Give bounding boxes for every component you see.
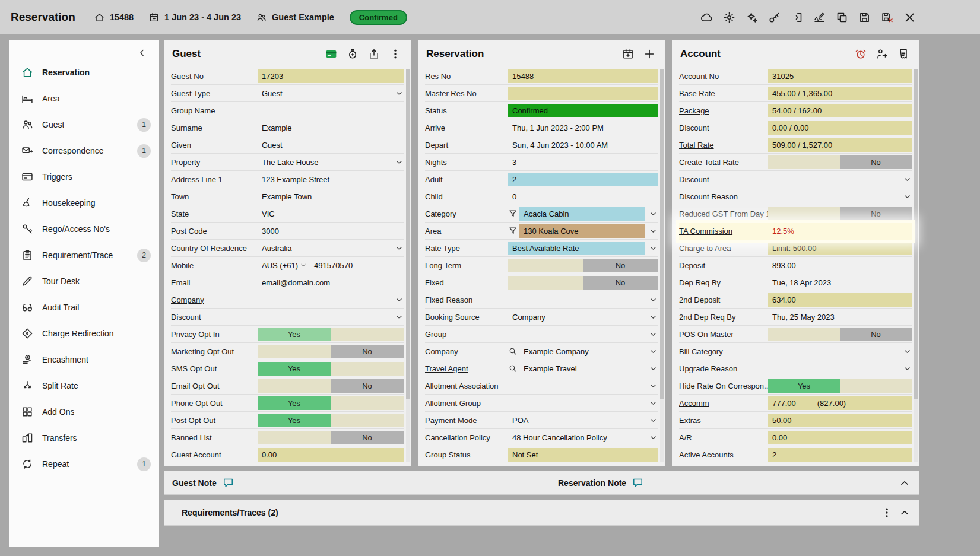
kebab-menu-icon[interactable] bbox=[881, 507, 893, 519]
export-button[interactable] bbox=[368, 48, 380, 60]
alarm-button[interactable] bbox=[855, 48, 867, 60]
chevron-down-icon[interactable] bbox=[649, 227, 658, 236]
sidebar-item-triggers[interactable]: Triggers bbox=[9, 164, 159, 190]
toggle-no-segment[interactable]: No bbox=[331, 345, 404, 358]
chevron-down-icon[interactable] bbox=[903, 364, 912, 373]
add-reservation-button[interactable] bbox=[643, 48, 655, 60]
chevron-down-icon[interactable] bbox=[649, 382, 658, 390]
travel-agent-label[interactable]: Travel Agent bbox=[425, 364, 508, 373]
total-rate-label[interactable]: Total Rate bbox=[679, 141, 768, 150]
category-value[interactable]: Acacia Cabin bbox=[519, 207, 645, 221]
charge-to-area-value[interactable]: Limit: 500.00 bbox=[768, 242, 912, 255]
search-icon[interactable] bbox=[508, 364, 518, 373]
privacy-opt-in-toggle[interactable]: Yes bbox=[258, 328, 404, 341]
rate-type-value[interactable]: Best Available Rate bbox=[508, 242, 645, 255]
sidebar-item-audit-trail[interactable]: Audit Trail bbox=[9, 294, 159, 320]
property-value[interactable]: The Lake House bbox=[258, 158, 391, 167]
email-value[interactable]: email@domain.com bbox=[258, 278, 404, 287]
sidebar-item-housekeeping[interactable]: Housekeeping bbox=[9, 190, 159, 216]
chevron-down-icon[interactable] bbox=[903, 175, 912, 184]
ta-commission-label[interactable]: TA Commission bbox=[679, 227, 768, 236]
reduced-gst-from-day-1-toggle[interactable]: No bbox=[768, 207, 912, 221]
base-rate-label[interactable]: Base Rate bbox=[679, 89, 768, 98]
sidebar-item-guest[interactable]: Guest 1 bbox=[9, 112, 159, 138]
long-term-toggle[interactable]: No bbox=[508, 259, 658, 272]
toggle-yes-segment[interactable] bbox=[768, 207, 840, 221]
stay-dates-indicator[interactable]: 1 Jun 23 - 4 Jun 23 bbox=[149, 12, 241, 23]
cancellation-policy-value[interactable]: 48 Hour Cancellation Policy bbox=[508, 433, 645, 442]
toggle-no-segment[interactable]: No bbox=[840, 328, 912, 341]
toggle-yes-segment[interactable]: Yes bbox=[258, 362, 331, 376]
save-discard-button[interactable] bbox=[881, 11, 893, 24]
chevron-down-icon[interactable] bbox=[903, 192, 912, 201]
extras-value[interactable]: 50.00 bbox=[768, 414, 912, 427]
chevron-down-icon[interactable] bbox=[649, 244, 658, 253]
total-rate-value[interactable]: 509.00 / 1,527.00 bbox=[768, 138, 912, 152]
money-bag-button[interactable] bbox=[347, 48, 359, 60]
accomm-label[interactable]: Accomm bbox=[679, 399, 768, 408]
hide-rate-on-correspon-toggle[interactable]: Yes bbox=[768, 379, 912, 393]
toggle-yes-segment[interactable] bbox=[768, 328, 840, 341]
company-label[interactable]: Company bbox=[425, 347, 508, 356]
a-r-value[interactable]: 0.00 bbox=[768, 431, 912, 444]
cloud-button[interactable] bbox=[700, 11, 713, 24]
invoice-button[interactable] bbox=[897, 48, 909, 60]
sparkle-button[interactable] bbox=[746, 11, 758, 24]
search-icon[interactable] bbox=[508, 347, 518, 356]
payment-card-button[interactable] bbox=[325, 48, 337, 60]
chevron-down-icon[interactable] bbox=[649, 330, 658, 339]
chevron-down-icon[interactable] bbox=[395, 158, 404, 167]
company-value[interactable]: Example Company bbox=[519, 347, 645, 356]
sidebar-item-encashment[interactable]: Encashment bbox=[9, 347, 159, 373]
toggle-yes-segment[interactable]: Yes bbox=[768, 379, 840, 393]
charge-to-area-label[interactable]: Charge to Area bbox=[679, 244, 768, 253]
guest-type-value[interactable]: Guest bbox=[258, 89, 391, 98]
toggle-no-segment[interactable] bbox=[331, 414, 404, 427]
settings-button[interactable] bbox=[723, 11, 735, 24]
sidebar-item-charge-redirection[interactable]: Charge Redirection bbox=[9, 320, 159, 347]
charge-redirect-button[interactable] bbox=[876, 48, 888, 60]
booking-source-value[interactable]: Company bbox=[508, 313, 645, 322]
address-line-1-value[interactable]: 123 Example Street bbox=[258, 175, 404, 184]
calendar-button[interactable] bbox=[622, 48, 634, 60]
account-panel-scrollbar[interactable] bbox=[914, 69, 918, 462]
sign-in-button[interactable] bbox=[791, 11, 803, 24]
sidebar-item-rego-access-no-s[interactable]: Rego/Access No's bbox=[9, 216, 159, 242]
chevron-down-icon[interactable] bbox=[300, 262, 307, 269]
extras-label[interactable]: Extras bbox=[679, 416, 768, 425]
payment-mode-value[interactable]: POA bbox=[508, 416, 645, 425]
collapse-notes-button[interactable] bbox=[899, 477, 911, 489]
collapse-requirements-button[interactable] bbox=[899, 507, 911, 519]
chevron-down-icon[interactable] bbox=[395, 89, 404, 98]
collapse-sidebar-button[interactable] bbox=[137, 47, 147, 58]
copy-button[interactable] bbox=[836, 11, 848, 24]
chevron-down-icon[interactable] bbox=[649, 416, 658, 425]
country-of-residence-value[interactable]: Australia bbox=[258, 244, 391, 253]
chevron-down-icon[interactable] bbox=[395, 313, 404, 322]
sidebar-item-reservation[interactable]: Reservation bbox=[9, 59, 159, 85]
signature-button[interactable] bbox=[813, 11, 826, 24]
close-button[interactable] bbox=[903, 11, 916, 24]
reservation-panel-scrollbar[interactable] bbox=[660, 69, 664, 462]
mobile-country-select[interactable]: AUS (+61) bbox=[258, 261, 298, 270]
create-total-rate-toggle[interactable]: No bbox=[768, 155, 912, 169]
group-label[interactable]: Group bbox=[425, 330, 508, 339]
toggle-no-segment[interactable] bbox=[331, 362, 404, 376]
toggle-no-segment[interactable]: No bbox=[583, 276, 658, 290]
adult-value[interactable]: 2 bbox=[508, 173, 658, 186]
guest-panel-scrollbar[interactable] bbox=[406, 69, 410, 462]
toggle-yes-segment[interactable]: Yes bbox=[258, 396, 331, 410]
toggle-no-segment[interactable] bbox=[331, 396, 404, 410]
guest-name-indicator[interactable]: Guest Example bbox=[256, 12, 334, 23]
area-value[interactable]: 130 Koala Cove bbox=[519, 224, 645, 238]
toggle-yes-segment[interactable] bbox=[508, 276, 583, 290]
state-value[interactable]: VIC bbox=[258, 209, 404, 218]
dep-req-by-value[interactable]: Tue, 18 Apr 2023 bbox=[768, 278, 912, 287]
chevron-down-icon[interactable] bbox=[649, 313, 658, 322]
toggle-yes-segment[interactable] bbox=[508, 259, 583, 272]
sidebar-item-repeat[interactable]: Repeat 1 bbox=[9, 451, 159, 477]
toggle-yes-segment[interactable] bbox=[768, 155, 840, 169]
chevron-down-icon[interactable] bbox=[649, 399, 658, 408]
guest-account-value[interactable]: 0.00 bbox=[258, 448, 404, 462]
chevron-down-icon[interactable] bbox=[395, 244, 404, 253]
